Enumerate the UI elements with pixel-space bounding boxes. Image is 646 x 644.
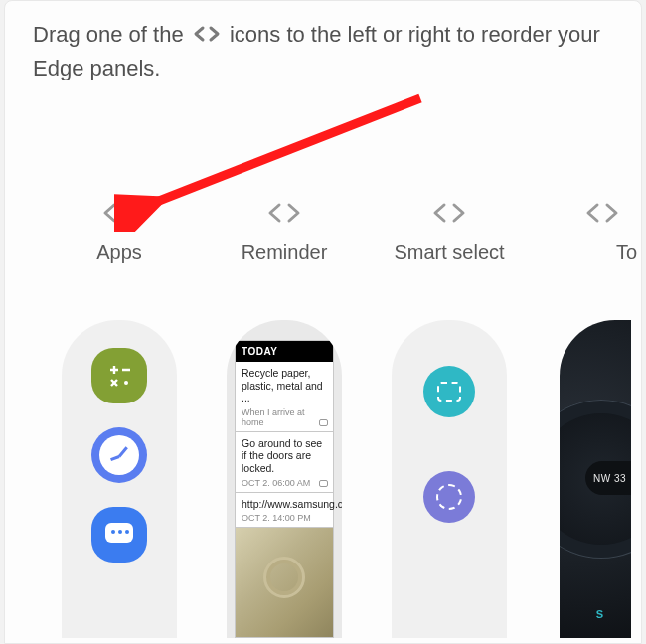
reminder-item: Go around to see if the doors are locked…: [236, 432, 333, 493]
panel-preview-compass: NW 33 S: [560, 320, 631, 638]
panel-label-tools: To: [616, 242, 637, 264]
repeat-icon: [319, 419, 328, 426]
compass-south-label: S: [596, 608, 603, 620]
instructions-part1: Drag one of the: [33, 22, 184, 47]
reminder-item-sub: OCT 2. 06:00 AM: [242, 478, 327, 488]
drag-handle-smart-select[interactable]: [429, 198, 469, 228]
panel-label-reminder: Reminder: [242, 242, 328, 264]
repeat-icon: [319, 480, 328, 487]
panel-list: Apps: [5, 180, 641, 643]
instructions-text: Drag one of the icons to the left or rig…: [5, 1, 641, 84]
reminder-item-title: http://www.samsung.com: [242, 498, 327, 511]
reminder-list: TODAY Recycle paper, plastic, metal and …: [235, 340, 334, 638]
panel-label-smart-select: Smart select: [394, 242, 504, 264]
reminder-image-thumbnail: [236, 528, 333, 637]
panel-label-apps: Apps: [96, 242, 142, 264]
svg-point-5: [124, 381, 128, 385]
rectangle-select-icon: [423, 366, 475, 417]
calculator-icon: [91, 348, 147, 403]
drag-handle-tools[interactable]: [582, 198, 622, 228]
panel-preview-reminder: TODAY Recycle paper, plastic, metal and …: [227, 320, 342, 638]
reminder-item: http://www.samsung.com OCT 2. 14:00 PM: [236, 493, 333, 529]
panel-reminder[interactable]: Reminder TODAY Recycle paper, plastic, m…: [202, 180, 367, 643]
clock-icon: [91, 427, 147, 483]
drag-handle-reminder[interactable]: [264, 198, 304, 228]
compass-heading: NW 33: [585, 461, 631, 495]
drag-handle-apps[interactable]: [99, 198, 139, 228]
reminder-item-sub: OCT 2. 14:00 PM: [242, 513, 327, 523]
panel-preview-apps: [62, 320, 177, 638]
panel-smart-select[interactable]: Smart select: [367, 180, 532, 643]
reminder-item-title: Go around to see if the doors are locked…: [242, 437, 327, 475]
oval-select-icon: [423, 471, 475, 523]
panel-tools[interactable]: To NW 33 S: [532, 180, 631, 643]
reminder-header: TODAY: [236, 341, 333, 362]
reminder-item: Recycle paper, plastic, metal and ... Wh…: [236, 362, 333, 432]
reminder-item-title: Recycle paper, plastic, metal and ...: [242, 367, 327, 404]
reminder-item-sub: When I arrive at home: [242, 407, 327, 427]
panel-preview-smart-select: [392, 320, 507, 638]
panel-apps[interactable]: Apps: [37, 180, 202, 643]
messages-icon: [91, 507, 147, 563]
drag-handle-icon: [192, 21, 222, 53]
edge-panels-reorder-screen: Drag one of the icons to the left or rig…: [4, 0, 642, 644]
